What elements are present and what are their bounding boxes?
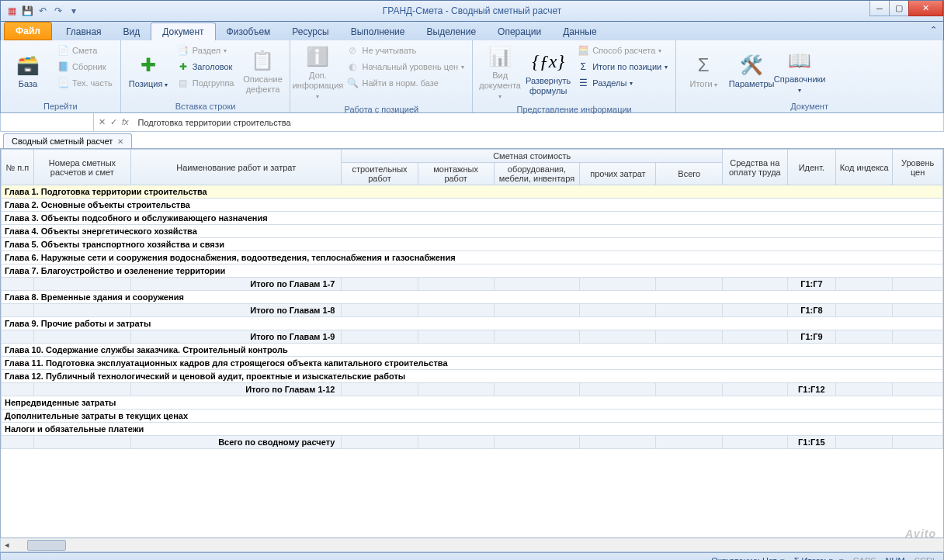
col-oborud[interactable]: оборудования, мебели, инвентаря	[494, 163, 580, 185]
position-button[interactable]: ✚ Позиция	[126, 43, 171, 100]
level-icon: ◐	[346, 60, 359, 73]
close-button[interactable]: ✕	[908, 1, 943, 16]
subgroup-button[interactable]: ▤Подгруппа	[174, 75, 238, 91]
tab-resources[interactable]: Ресурсы	[281, 23, 339, 40]
col-stroit[interactable]: строительных работ	[342, 163, 418, 185]
col-num[interactable]: № п.п	[2, 150, 34, 185]
col-prochih[interactable]: прочих затрат	[580, 163, 656, 185]
exclude-icon: ⊘	[346, 44, 359, 57]
table-row[interactable]: Глава 11. Подготовка эксплуатационных ка…	[2, 357, 943, 370]
col-vsego[interactable]: Всего	[656, 163, 723, 185]
table-row[interactable]: Всего по сводному расчетуГ1:Г15	[2, 436, 943, 449]
close-tab-icon[interactable]: ✕	[117, 137, 123, 146]
tech-button[interactable]: 📃Тех. часть	[54, 75, 116, 91]
accept-fx-icon[interactable]: ✓	[110, 117, 117, 127]
table-row[interactable]: Глава 10. Содержание службы заказчика. С…	[2, 344, 943, 357]
sum-icon: Σ	[577, 60, 589, 73]
save-icon[interactable]: 💾	[21, 5, 33, 17]
window-title: ГРАНД-Смета - Сводный сметный расчет	[383, 5, 562, 16]
tab-data[interactable]: Данные	[552, 23, 607, 40]
table-row[interactable]: Итого по Главам 1-8Г1:Г8	[2, 304, 943, 317]
tab-phys[interactable]: Физобъем	[216, 23, 282, 40]
col-smetn[interactable]: Сметная стоимость	[342, 150, 723, 163]
sposob-button[interactable]: 🧮Способ расчета	[574, 43, 671, 58]
search-icon: 🔍	[346, 77, 359, 89]
qat-more-icon[interactable]: ▾	[68, 5, 80, 17]
naiti-button[interactable]: 🔍Найти в норм. базе	[343, 75, 467, 91]
table-row[interactable]: Налоги и обязательные платежи	[2, 423, 943, 436]
params-button[interactable]: 🛠️ Параметры	[729, 43, 774, 100]
horizontal-scrollbar[interactable]: ◂	[0, 538, 944, 552]
tab-selection[interactable]: Выделение	[416, 23, 488, 40]
nachur-button[interactable]: ◐Начальный уровень цен	[343, 59, 467, 74]
table-row[interactable]: Глава 7. Благоустройство и озеленение те…	[2, 264, 943, 278]
group-position-work: ℹ️ Доп. информация ⊘Не учитывать ◐Началь…	[290, 40, 473, 112]
table-row[interactable]: Глава 2. Основные объекты строительства	[2, 199, 943, 212]
tab-main[interactable]: Главная	[55, 23, 113, 40]
ribbon-tabs: Файл Главная Вид Документ Физобъем Ресур…	[0, 22, 944, 40]
status-rounding[interactable]: Округление: Нет▾	[711, 556, 784, 561]
plus-icon: ✚	[136, 53, 161, 78]
ribbon-collapse-icon[interactable]: ⌃	[930, 25, 937, 35]
itogi-button[interactable]: Σ Итоги	[681, 43, 726, 100]
scroll-left-icon[interactable]: ◂	[1, 539, 13, 551]
col-uroven[interactable]: Уровень цен	[893, 150, 943, 185]
cell-reference[interactable]	[1, 113, 94, 131]
status-caps: CAPS	[853, 556, 876, 560]
neuchit-button[interactable]: ⊘Не учитывать	[343, 43, 467, 58]
defect-button[interactable]: 📋 Описание дефекта	[240, 43, 285, 100]
viddoc-button[interactable]: 📊 Вид документа	[477, 43, 522, 103]
expand-formulas-button[interactable]: {ƒx} Развернуть формулы	[526, 43, 571, 103]
col-naim[interactable]: Наименование работ и затрат	[131, 150, 342, 185]
header-button[interactable]: ✚Заголовок	[174, 59, 238, 74]
razdely-button[interactable]: ☰Разделы	[574, 75, 671, 91]
tab-execution[interactable]: Выполнение	[340, 23, 416, 40]
sheet-tab[interactable]: Сводный сметный расчет ✕	[3, 133, 132, 148]
redo-icon[interactable]: ↷	[52, 5, 64, 17]
fx-label[interactable]: fx	[122, 117, 129, 127]
section-button[interactable]: 📑Раздел	[174, 43, 238, 58]
table-row[interactable]: Дополнительные затраты в текущих ценах	[2, 410, 943, 423]
table-row[interactable]: Глава 6. Наружные сети и сооружения водо…	[2, 251, 943, 264]
book-icon: 📘	[57, 60, 69, 73]
table-row[interactable]: Глава 3. Объекты подсобного и обслуживаю…	[2, 212, 943, 225]
window-buttons: ─ ▢ ✕	[870, 1, 943, 16]
col-sredstva[interactable]: Средства на оплату труда	[723, 150, 788, 185]
table-row[interactable]: Глава 5. Объекты транспортного хозяйства…	[2, 238, 943, 251]
formula-input[interactable]: Подготовка территории строительства	[134, 118, 943, 127]
base-button[interactable]: 🗃️ База	[5, 43, 50, 100]
undo-icon[interactable]: ↶	[36, 5, 49, 17]
params-icon: 🛠️	[739, 53, 764, 78]
table-row[interactable]: Глава 4. Объекты энергетического хозяйст…	[2, 225, 943, 238]
status-total[interactable]: Σ Итого: р.▾	[794, 556, 844, 561]
tab-view[interactable]: Вид	[113, 23, 151, 40]
table-row[interactable]: Непредвиденные затраты	[2, 396, 943, 410]
sbornik-button[interactable]: 📘Сборник	[54, 59, 116, 74]
tab-operations[interactable]: Операции	[487, 23, 552, 40]
watermark: Avito	[905, 527, 936, 540]
tab-file[interactable]: Файл	[4, 22, 52, 40]
col-nomera[interactable]: Номера сметных расчетов и смет	[33, 150, 130, 185]
table-row[interactable]: Итого по Главам 1-7Г1:Г7	[2, 278, 943, 291]
table-row[interactable]: Итого по Главам 1-12Г1:Г12	[2, 383, 943, 396]
cancel-fx-icon[interactable]: ✕	[99, 117, 106, 127]
tab-document[interactable]: Документ	[151, 22, 215, 40]
table-area[interactable]: № п.п Номера сметных расчетов и смет Наи…	[0, 149, 944, 538]
table-row[interactable]: Глава 8. Временные здания и сооружения	[2, 291, 943, 304]
minimize-button[interactable]: ─	[869, 1, 890, 16]
col-ident[interactable]: Идент.	[787, 150, 836, 185]
formula-bar: ✕ ✓ fx Подготовка территории строительст…	[0, 113, 944, 132]
sprav-button[interactable]: 📖 Справочники	[777, 43, 822, 100]
sections-icon: ☰	[577, 77, 589, 89]
table-row[interactable]: Глава 12. Публичный технологический и це…	[2, 370, 943, 383]
col-montazh[interactable]: монтажных работ	[418, 163, 494, 185]
table-row[interactable]: Глава 9. Прочие работы и затраты	[2, 317, 943, 330]
maximize-button[interactable]: ▢	[889, 1, 909, 16]
smeta-button[interactable]: 📄Смета	[54, 43, 116, 58]
itogipoz-button[interactable]: ΣИтоги по позиции	[574, 59, 671, 74]
table-row[interactable]: Глава 1. Подготовка территории строитель…	[2, 185, 943, 199]
col-kod[interactable]: Код индекса	[836, 150, 893, 185]
dopinfo-button[interactable]: ℹ️ Доп. информация	[295, 43, 340, 103]
table-row[interactable]: Итого по Главам 1-9Г1:Г9	[2, 330, 943, 344]
scroll-thumb[interactable]	[27, 540, 66, 551]
